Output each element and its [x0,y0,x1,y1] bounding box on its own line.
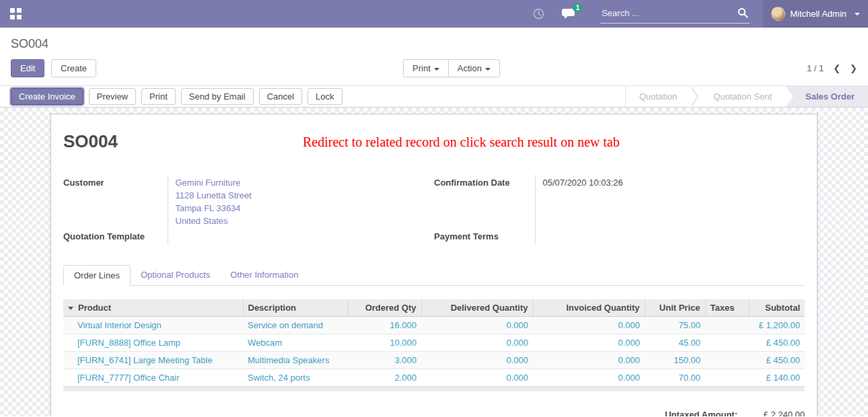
cell-subtotal[interactable]: £ 450.00 [749,352,805,369]
tab-order-lines[interactable]: Order Lines [63,265,131,286]
cell-product[interactable]: [FURN_7777] Office Chair [63,369,243,387]
cell-unit-price[interactable]: 70.00 [645,369,705,387]
cell-invoiced-qty[interactable]: 0.000 [533,369,645,387]
lock-button[interactable]: Lock [308,88,342,105]
edit-button[interactable]: Edit [11,59,44,77]
status-pipeline: Quotation Quotation Sent Sales Order [625,86,868,107]
cell-unit-price[interactable]: 45.00 [645,334,705,352]
print-action-group: Print Action [403,59,500,77]
totals-row: Untaxed Amount: £ 2,240.00 [63,410,805,416]
cell-product[interactable]: [FURN_8888] Office Lamp [63,334,243,352]
activities-clock-icon[interactable] [533,8,544,20]
table-row[interactable]: [FURN_6741] Large Meeting Table Multimed… [63,352,805,369]
cell-ordered-qty[interactable]: 10.000 [348,334,421,352]
cell-description[interactable]: Service on demand [243,317,348,334]
column-product[interactable]: Product [63,299,243,317]
table-row[interactable]: [FURN_7777] Office Chair Switch, 24 port… [63,369,805,387]
column-description[interactable]: Description [243,299,348,317]
table-row[interactable]: Virtual Interior Design Service on deman… [63,317,805,334]
table-row[interactable]: [FURN_8888] Office Lamp Webcam 10.000 0.… [63,334,805,352]
customer-link[interactable]: Gemini Furniture [176,176,435,189]
cell-taxes[interactable] [705,317,749,334]
notebook-tabs: Order Lines Optional Products Other Info… [63,264,805,286]
cell-subtotal[interactable]: £ 450.00 [749,334,805,352]
state-quotation[interactable]: Quotation [626,86,690,107]
confirmation-date-value: 05/07/2020 10:03:26 [535,175,805,229]
pager-next-icon[interactable]: ❯ [850,63,857,73]
chevron-down-icon [855,13,860,15]
search-input[interactable] [600,5,750,23]
search-icon[interactable] [737,7,748,20]
column-invoiced-quantity[interactable]: Invoiced Quantity [533,299,645,317]
customer-address-line: Tampa FL 33634 [176,202,435,215]
form-sheet: SO004 Redirect to related record on clic… [50,114,818,416]
customer-label: Customer [63,175,168,229]
cell-unit-price[interactable]: 75.00 [645,317,705,334]
column-taxes[interactable]: Taxes [705,299,749,317]
print-button[interactable]: Print [141,88,176,105]
cell-ordered-qty[interactable]: 16.000 [348,317,421,334]
cell-delivered-qty[interactable]: 0.000 [421,317,533,334]
apps-menu-icon[interactable] [0,0,31,28]
cell-invoiced-qty[interactable]: 0.000 [533,352,645,369]
column-unit-price[interactable]: Unit Price [645,299,705,317]
tab-optional-products[interactable]: Optional Products [131,265,220,286]
column-ordered-qty[interactable]: Ordered Qty [348,299,421,317]
create-invoice-button[interactable]: Create Invoice [11,88,83,105]
cell-ordered-qty[interactable]: 3.000 [348,352,421,369]
global-search [600,5,750,24]
cell-taxes[interactable] [705,369,749,387]
cell-delivered-qty[interactable]: 0.000 [421,369,533,387]
sort-desc-icon [68,307,73,310]
cell-subtotal[interactable]: £ 1,200.00 [749,317,805,334]
messages-icon[interactable]: 1 [562,8,575,20]
cell-unit-price[interactable]: 150.00 [645,352,705,369]
pager-previous-icon[interactable]: ❮ [833,63,840,73]
statusbar-buttons: Create Invoice Preview Print Send by Ema… [11,88,342,105]
action-menu-button[interactable]: Action [448,59,500,77]
list-header-row: Product Description Ordered Qty Delivere… [63,299,805,317]
pager-count: 1 / 1 [807,63,824,73]
cell-description[interactable]: Switch, 24 ports [243,369,348,387]
cell-invoiced-qty[interactable]: 0.000 [533,334,645,352]
payment-terms-label: Payment Terms [434,229,535,244]
order-lines-list: Product Description Ordered Qty Delivere… [63,299,805,416]
customer-address-line: 1128 Lunetta Street [176,189,435,202]
cell-description[interactable]: Webcam [243,334,348,352]
quotation-template-label: Quotation Template [63,229,168,244]
list-footer [63,386,805,391]
field-group-left: Customer Gemini Furniture 1128 Lunetta S… [63,175,434,244]
cell-taxes[interactable] [705,334,749,352]
quotation-template-value [168,229,434,244]
cell-subtotal[interactable]: £ 140.00 [749,369,805,387]
column-subtotal[interactable]: Subtotal [749,299,805,317]
navbar-systray: 1 Mitchell Admin [524,0,868,28]
preview-button[interactable]: Preview [89,88,136,105]
cell-invoiced-qty[interactable]: 0.000 [533,317,645,334]
column-delivered-quantity[interactable]: Delivered Quantity [421,299,533,317]
state-sales-order[interactable]: Sales Order [785,86,868,107]
tab-other-information[interactable]: Other Information [220,265,308,286]
cancel-button[interactable]: Cancel [259,88,302,105]
user-name: Mitchell Admin [790,9,846,19]
send-by-email-button[interactable]: Send by Email [181,88,254,105]
chevron-down-icon [434,68,439,71]
user-menu[interactable]: Mitchell Admin [763,0,868,28]
cell-delivered-qty[interactable]: 0.000 [421,334,533,352]
cell-taxes[interactable] [705,352,749,369]
print-menu-button[interactable]: Print [403,59,449,77]
pager: 1 / 1 ❮ ❯ [807,63,857,73]
form-view-background: SO004 Redirect to related record on clic… [0,108,868,416]
breadcrumb: SO004 [11,37,857,51]
field-group-right: Confirmation Date 05/07/2020 10:03:26 Pa… [434,175,805,244]
state-quotation-sent[interactable]: Quotation Sent [700,86,785,107]
cell-product[interactable]: Virtual Interior Design [63,317,243,334]
untaxed-amount-value: £ 2,240.00 [737,410,805,416]
top-navbar: 1 Mitchell Admin [0,0,868,28]
customer-address-line: United States [176,215,435,227]
create-button[interactable]: Create [51,59,96,77]
cell-delivered-qty[interactable]: 0.000 [421,352,533,369]
cell-product[interactable]: [FURN_6741] Large Meeting Table [63,352,243,369]
cell-ordered-qty[interactable]: 2.000 [348,369,421,387]
cell-description[interactable]: Multimedia Speakers [243,352,348,369]
